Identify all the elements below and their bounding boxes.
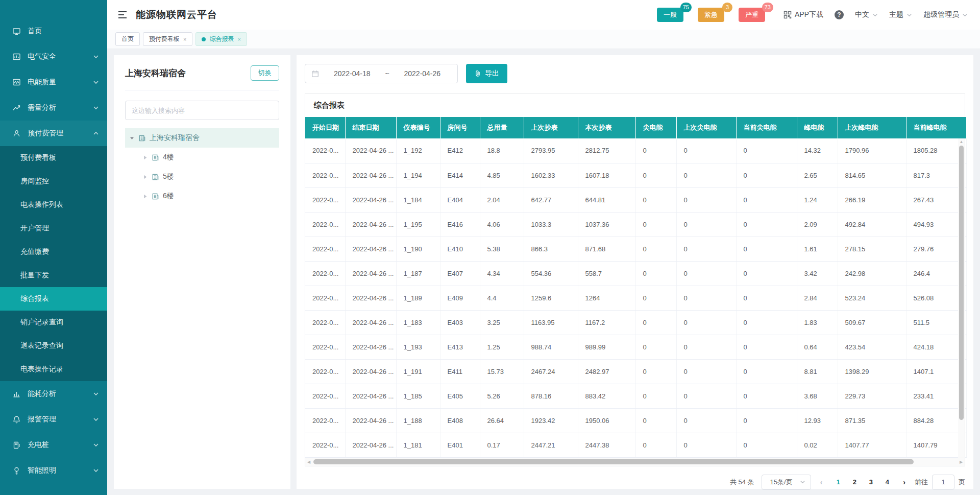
- page-size-select[interactable]: 15条/页: [762, 475, 811, 490]
- tree-search-input[interactable]: [125, 101, 279, 120]
- caret-right-icon[interactable]: [142, 155, 148, 160]
- language-selector[interactable]: 中文: [855, 10, 878, 19]
- power-quality-icon: [12, 78, 21, 87]
- prepaid-user-icon: [12, 129, 21, 138]
- sidebar-item-label: 智能照明: [28, 466, 56, 475]
- tab-active[interactable]: 综合报表×: [195, 32, 247, 46]
- next-page-button[interactable]: ›: [901, 478, 908, 486]
- sidebar-item-label: 报警管理: [28, 415, 56, 424]
- close-icon[interactable]: ×: [183, 36, 186, 42]
- monitor-icon: [12, 27, 21, 36]
- table-cell: 2022-0...: [305, 408, 345, 433]
- date-start-value[interactable]: 2022-04-18: [323, 69, 381, 78]
- vertical-scrollbar[interactable]: ▲: [958, 138, 965, 458]
- table-cell: 1259.6: [524, 286, 578, 310]
- scroll-right-arrow-icon[interactable]: ▶: [958, 460, 965, 464]
- column-header: 尖电能: [635, 117, 676, 138]
- table-cell: 0: [676, 187, 736, 212]
- energy-analysis-icon: [12, 390, 21, 398]
- alarm-badge[interactable]: 严重73: [739, 8, 765, 22]
- site-title: 上海安科瑞宿舍: [125, 67, 186, 79]
- chevron-down-icon: [93, 105, 99, 111]
- table-cell: 0: [635, 408, 676, 433]
- page-number-button[interactable]: 3: [864, 476, 877, 488]
- vertical-scrollbar-thumb[interactable]: [959, 146, 964, 420]
- table-cell: 526.08: [906, 286, 966, 310]
- table-cell: 2022-04-26 ...: [345, 237, 396, 261]
- alarm-badge[interactable]: 紧急3: [698, 8, 724, 22]
- sidebar-item[interactable]: 预付费管理: [0, 121, 107, 146]
- table-cell: 0: [635, 384, 676, 408]
- table-cell: 2022-04-26 ...: [345, 286, 396, 310]
- tree-child-node[interactable]: 6楼: [125, 186, 279, 206]
- scroll-up-arrow-icon[interactable]: ▲: [958, 138, 965, 145]
- export-button[interactable]: 导出: [466, 64, 507, 83]
- sidebar-item[interactable]: 电气安全: [0, 44, 107, 69]
- sidebar-subitem[interactable]: 退表记录查询: [0, 334, 107, 358]
- sidebar-subitem[interactable]: 房间监控: [0, 170, 107, 193]
- table-cell: 1_184: [396, 187, 440, 212]
- table-cell: 1923.42: [524, 408, 578, 433]
- page-number-button[interactable]: 4: [880, 476, 894, 488]
- scroll-left-arrow-icon[interactable]: ◀: [305, 460, 312, 464]
- date-end-value[interactable]: 2022-04-26: [394, 69, 451, 78]
- table-cell: 2022-04-26 ...: [345, 310, 396, 335]
- page-number-button[interactable]: 1: [831, 476, 845, 488]
- app-download-link[interactable]: APP下载: [783, 10, 823, 19]
- table-cell: 1_193: [396, 335, 440, 359]
- sidebar-subitem[interactable]: 综合报表: [0, 287, 107, 311]
- sidebar-subitem[interactable]: 销户记录查询: [0, 311, 107, 334]
- date-separator: ~: [385, 69, 389, 78]
- prev-page-button[interactable]: ‹: [818, 478, 825, 486]
- theme-selector[interactable]: 主题: [889, 10, 912, 19]
- alarm-badge[interactable]: 一般75: [657, 8, 683, 22]
- caret-right-icon[interactable]: [142, 174, 148, 180]
- table-cell: 0: [635, 212, 676, 237]
- table-cell: 2022-0...: [305, 384, 345, 408]
- sidebar-item[interactable]: 智能照明: [0, 458, 107, 483]
- date-range-picker[interactable]: 2022-04-18 ~ 2022-04-26: [305, 64, 458, 83]
- content: 上海安科瑞宿舍 切换 上海安科瑞宿舍 4楼5楼6楼: [107, 49, 980, 495]
- sidebar-subitem[interactable]: 预付费看板: [0, 146, 107, 170]
- sidebar-subitem[interactable]: 开户管理: [0, 217, 107, 240]
- page-number-button[interactable]: 2: [848, 476, 861, 488]
- topbar-right: 一般75紧急3严重73 APP下载 ? 中文 主题: [657, 8, 968, 22]
- tab-item[interactable]: 预付费看板×: [143, 32, 192, 46]
- pagination: 共 54 条 15条/页 ‹ 1234 › 前往 页: [305, 475, 965, 490]
- horizontal-scrollbar-thumb[interactable]: [313, 459, 914, 464]
- tab-item[interactable]: 首页: [115, 32, 140, 46]
- column-header: 上次尖电能: [676, 117, 736, 138]
- sidebar-subitem[interactable]: 电表操作记录: [0, 358, 107, 381]
- tab-label: 综合报表: [209, 35, 234, 43]
- tree-root-node[interactable]: 上海安科瑞宿舍: [125, 128, 279, 148]
- help-icon[interactable]: ?: [835, 10, 844, 19]
- sidebar-item[interactable]: 首页: [0, 18, 107, 44]
- column-header: 上次抄表: [524, 117, 578, 138]
- user-menu[interactable]: 超级管理员: [923, 10, 968, 19]
- alarm-count-badge: 75: [680, 3, 692, 12]
- sidebar-item[interactable]: 电能质量: [0, 69, 107, 95]
- column-header: 当前尖电能: [736, 117, 797, 138]
- sidebar-item[interactable]: 报警管理: [0, 407, 107, 432]
- sidebar-item[interactable]: 需量分析: [0, 95, 107, 121]
- sidebar-item-label: 首页: [28, 27, 42, 36]
- sidebar-subitem[interactable]: 电表操作列表: [0, 193, 107, 217]
- table-cell: 3.25: [480, 310, 524, 335]
- caret-right-icon[interactable]: [142, 194, 148, 199]
- caret-down-icon[interactable]: [129, 135, 135, 141]
- sidebar-subitem[interactable]: 充值缴费: [0, 240, 107, 264]
- close-icon[interactable]: ×: [237, 36, 240, 42]
- tree-child-node[interactable]: 4楼: [125, 148, 279, 167]
- table-cell: 2022-0...: [305, 286, 345, 310]
- horizontal-scrollbar[interactable]: ◀ ▶: [305, 458, 965, 466]
- calendar-icon: [311, 70, 319, 78]
- sidebar-subitem[interactable]: 批量下发: [0, 264, 107, 287]
- sidebar-item[interactable]: 能耗分析: [0, 381, 107, 407]
- sidebar-item[interactable]: 充电桩: [0, 432, 107, 458]
- collapse-sidebar-icon[interactable]: [117, 10, 128, 20]
- table-cell: E409: [440, 286, 480, 310]
- switch-site-button[interactable]: 切换: [251, 65, 279, 81]
- tree-child-node[interactable]: 5楼: [125, 167, 279, 186]
- goto-page-input[interactable]: [932, 475, 954, 490]
- table-cell: 1407.1: [906, 359, 966, 384]
